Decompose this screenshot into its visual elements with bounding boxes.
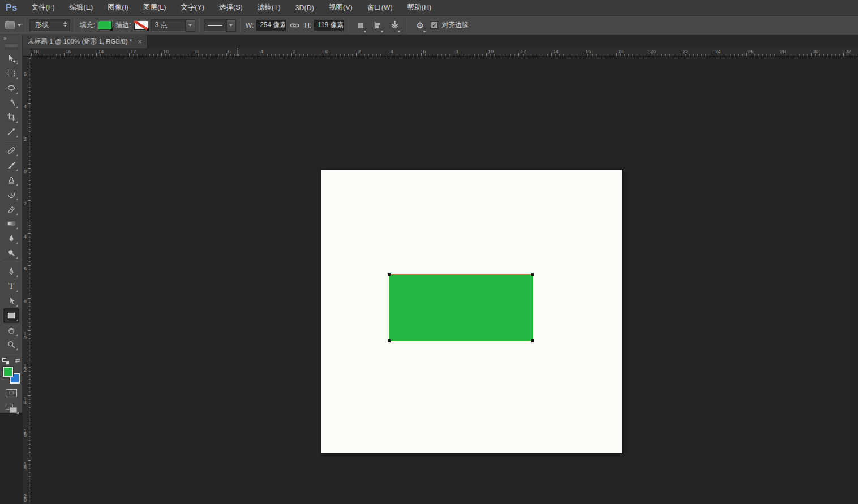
align-edges-checkbox[interactable]: ✓ 对齐边缘 bbox=[431, 20, 469, 30]
collapse-panel-button[interactable]: » bbox=[0, 35, 22, 43]
tool-mode-select[interactable]: 形状 bbox=[29, 19, 70, 32]
quick-mask-mode-button[interactable] bbox=[6, 389, 17, 397]
blur-tool[interactable] bbox=[3, 231, 19, 245]
hruler-label: 16 bbox=[66, 49, 71, 54]
foreground-color-swatch[interactable] bbox=[3, 367, 13, 377]
magic-wand-tool[interactable] bbox=[3, 96, 19, 110]
hruler-label: 30 bbox=[813, 49, 818, 54]
hruler-label: 4 bbox=[391, 49, 393, 54]
document-canvas[interactable] bbox=[321, 170, 622, 453]
menu-item-image[interactable]: 图像(I) bbox=[100, 0, 136, 15]
hruler-label: 8 bbox=[195, 49, 198, 54]
move-tool[interactable] bbox=[3, 51, 19, 66]
menu-item-select[interactable]: 选择(S) bbox=[212, 0, 250, 15]
clone-stamp-tool[interactable] bbox=[3, 173, 19, 187]
stroke-width-dropdown-button[interactable] bbox=[186, 19, 195, 32]
path-arrangement-button[interactable] bbox=[388, 19, 401, 32]
zoom-tool[interactable] bbox=[3, 338, 19, 352]
screen-mode-button[interactable] bbox=[6, 404, 17, 413]
document-tab[interactable]: 未标题-1 @ 100% (矩形 1, RGB/8) * × bbox=[23, 35, 148, 48]
separator bbox=[240, 18, 241, 33]
spot-healing-brush-tool[interactable] bbox=[3, 143, 19, 158]
path-operations-button[interactable] bbox=[354, 19, 367, 32]
chevron-down-icon bbox=[18, 24, 21, 27]
vruler-label: 14 bbox=[24, 397, 27, 405]
green-rectangle-shape[interactable] bbox=[389, 274, 533, 341]
hruler-label: 22 bbox=[683, 49, 688, 54]
menu-item-3d[interactable]: 3D(D) bbox=[288, 0, 321, 15]
shape-height-input[interactable]: 119 像素 bbox=[314, 20, 344, 31]
hruler-label: 18 bbox=[618, 49, 624, 54]
hruler-label: 10 bbox=[488, 49, 494, 54]
menu-item-edit[interactable]: 编辑(E) bbox=[62, 0, 101, 15]
fill-color-swatch[interactable] bbox=[98, 21, 112, 30]
vertical-ruler[interactable]: 64202468101214161820 bbox=[23, 57, 31, 504]
lasso-tool[interactable] bbox=[3, 81, 19, 96]
gradient-tool[interactable] bbox=[3, 217, 19, 231]
chevron-down-icon bbox=[188, 24, 192, 27]
menu-item-filter[interactable]: 滤镜(T) bbox=[250, 0, 288, 15]
shape-width-value: 254 像素 bbox=[260, 20, 286, 30]
vruler-label: 2 bbox=[24, 137, 27, 141]
svg-text:T: T bbox=[8, 282, 14, 291]
gear-icon[interactable]: ⚙ bbox=[413, 19, 427, 32]
stroke-style-select[interactable] bbox=[204, 19, 226, 32]
menu-item-help[interactable]: 帮助(H) bbox=[400, 0, 439, 15]
vruler-label: 10 bbox=[24, 332, 27, 340]
rectangular-marquee-tool[interactable] bbox=[3, 66, 19, 81]
stroke-style-dropdown-button[interactable] bbox=[226, 19, 236, 32]
hruler-label: 18 bbox=[33, 49, 38, 54]
brush-tool[interactable] bbox=[3, 158, 19, 173]
horizontal-ruler[interactable]: 1816141210864202468101214161820222426283… bbox=[31, 48, 858, 57]
tool-preset-picker[interactable] bbox=[5, 21, 21, 29]
stroke-width-value: 3 点 bbox=[155, 20, 168, 30]
dodge-tool[interactable] bbox=[3, 245, 19, 260]
shape-width-input[interactable]: 254 像素 bbox=[256, 20, 286, 31]
hruler-label: 8 bbox=[456, 49, 458, 54]
hruler-label: 28 bbox=[780, 49, 786, 54]
anchor-point-top-left[interactable] bbox=[388, 273, 391, 276]
tool-separator bbox=[3, 262, 20, 262]
type-tool[interactable]: T bbox=[3, 279, 19, 294]
eraser-tool[interactable] bbox=[3, 202, 19, 217]
path-selection-tool[interactable] bbox=[3, 294, 19, 308]
chevron-down-icon bbox=[380, 31, 384, 32]
menu-item-layer[interactable]: 图层(L) bbox=[136, 0, 173, 15]
hand-tool[interactable] bbox=[3, 323, 19, 338]
hruler-label: 24 bbox=[715, 49, 721, 54]
panel-grip[interactable] bbox=[5, 44, 18, 48]
vruler-label: 20 bbox=[24, 494, 27, 502]
link-dimensions-icon[interactable] bbox=[290, 21, 299, 30]
menu-item-type[interactable]: 文字(Y) bbox=[173, 0, 212, 15]
vruler-label: 4 bbox=[24, 105, 27, 109]
path-alignment-button[interactable] bbox=[371, 19, 384, 32]
tools-panel: » T bbox=[0, 35, 23, 413]
eyedropper-tool[interactable] bbox=[3, 124, 19, 139]
vruler-label: 12 bbox=[24, 364, 27, 372]
ruler-corner-box[interactable] bbox=[23, 48, 31, 57]
canvas-viewport[interactable] bbox=[32, 57, 858, 504]
chevron-down-icon bbox=[146, 28, 149, 31]
crop-tool[interactable] bbox=[3, 110, 19, 124]
separator bbox=[25, 18, 25, 33]
menu-item-view[interactable]: 视图(V) bbox=[321, 0, 360, 15]
separator bbox=[348, 18, 348, 33]
solid-line-icon bbox=[208, 25, 222, 26]
rectangle-tool[interactable] bbox=[3, 308, 19, 323]
menu-item-window[interactable]: 窗口(W) bbox=[360, 0, 400, 15]
default-colors-icon[interactable] bbox=[2, 358, 10, 365]
stroke-color-swatch[interactable] bbox=[134, 21, 148, 30]
close-icon[interactable]: × bbox=[138, 38, 142, 45]
anchor-point-top-right[interactable] bbox=[531, 273, 534, 276]
pen-tool[interactable] bbox=[3, 264, 19, 279]
shape-height-value: 119 像素 bbox=[318, 20, 344, 30]
vruler-label: 0 bbox=[24, 170, 27, 174]
menu-item-file[interactable]: 文件(F) bbox=[24, 0, 62, 15]
anchor-point-bottom-left[interactable] bbox=[388, 339, 391, 342]
hruler-label: 6 bbox=[423, 49, 426, 54]
hruler-label: 14 bbox=[553, 49, 559, 54]
history-brush-tool[interactable] bbox=[3, 187, 19, 202]
swap-colors-icon[interactable]: ⇄ bbox=[15, 357, 20, 364]
stroke-width-field[interactable]: 3 点 bbox=[151, 19, 186, 32]
anchor-point-bottom-right[interactable] bbox=[531, 339, 534, 342]
